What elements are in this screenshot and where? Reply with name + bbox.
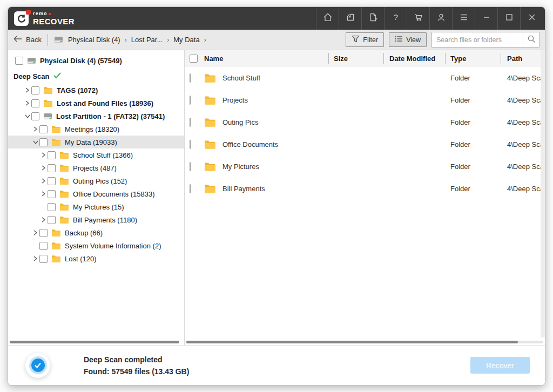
- checkbox[interactable]: [190, 140, 191, 149]
- tree-item[interactable]: Lost (120): [8, 252, 184, 265]
- checkbox[interactable]: [190, 96, 191, 105]
- checkbox[interactable]: [48, 216, 56, 224]
- checkbox[interactable]: [31, 99, 39, 107]
- column-header-size[interactable]: Size: [328, 50, 383, 67]
- checkbox[interactable]: [48, 203, 56, 211]
- checkbox[interactable]: [39, 229, 48, 237]
- back-button[interactable]: Back: [14, 36, 42, 44]
- table-body: School StuffFolder4\Deep Scan\ProjectsFo…: [185, 67, 545, 345]
- checkbox[interactable]: [190, 162, 191, 171]
- chevron-down-icon[interactable]: [23, 114, 31, 119]
- select-all-checkbox[interactable]: [190, 55, 198, 63]
- minimize-icon: [481, 12, 492, 25]
- chevron-right-icon[interactable]: [31, 126, 39, 132]
- folder-icon: [59, 164, 69, 172]
- table-row[interactable]: Office DocumentsFolder4\Deep Scan\: [185, 133, 545, 156]
- new-scan-button[interactable]: [361, 7, 384, 30]
- breadcrumb-item-2[interactable]: Lost Par...: [131, 36, 163, 44]
- horizontal-scrollbar-thumb[interactable]: [186, 341, 518, 343]
- file-name: Bill Payments: [222, 185, 265, 193]
- tree-item[interactable]: Bill Payments (1180): [8, 213, 184, 226]
- tree-item[interactable]: School Stuff (1366): [8, 148, 184, 161]
- horizontal-scrollbar-thumb[interactable]: [10, 341, 179, 343]
- tree-item[interactable]: Outing Pics (152): [8, 174, 184, 187]
- chevron-right-icon[interactable]: [39, 152, 48, 158]
- checkbox[interactable]: [15, 57, 23, 65]
- chevron-right-icon[interactable]: [31, 230, 39, 235]
- chevron-right-icon[interactable]: [39, 217, 48, 222]
- breadcrumb-item-1[interactable]: Physical Disk (4): [68, 36, 120, 44]
- breadcrumb-item-3[interactable]: My Data: [173, 36, 199, 44]
- file-name: Projects: [222, 96, 248, 104]
- table-row[interactable]: Outing PicsFolder4\Deep Scan\: [185, 111, 545, 133]
- table-row[interactable]: School StuffFolder4\Deep Scan\: [185, 67, 545, 89]
- tree-item[interactable]: System Volume Information (2): [8, 239, 184, 252]
- checkbox[interactable]: [39, 125, 48, 133]
- account-button[interactable]: [429, 7, 452, 30]
- folder-icon: [204, 184, 216, 194]
- tree-item[interactable]: Backup (66): [8, 226, 184, 239]
- scan-status-line: Deep Scan completed: [84, 356, 189, 363]
- save-session-icon: [345, 12, 356, 25]
- tree-item[interactable]: My Data (19033): [8, 136, 184, 148]
- maximize-button[interactable]: [497, 7, 520, 30]
- tree-item-label: Physical Disk (4) (57549): [40, 57, 122, 65]
- checkbox[interactable]: [39, 138, 48, 146]
- checkbox[interactable]: [31, 86, 39, 94]
- column-header-type[interactable]: Type: [445, 50, 501, 67]
- chevron-right-icon[interactable]: [31, 256, 39, 261]
- tree-item-label: TAGS (1072): [57, 86, 98, 94]
- save-session-button[interactable]: [339, 7, 361, 30]
- table-row[interactable]: ProjectsFolder4\Deep Scan\: [185, 89, 545, 111]
- checkbox[interactable]: [39, 255, 48, 263]
- search-button[interactable]: [523, 32, 539, 47]
- filter-funnel-icon: [352, 35, 360, 44]
- checkbox[interactable]: [190, 118, 191, 127]
- chevron-right-icon[interactable]: [23, 87, 31, 93]
- minimize-button[interactable]: [475, 7, 497, 30]
- main-area: Physical Disk (4) (57549) Deep Scan TAGS…: [8, 50, 545, 345]
- home-button[interactable]: [316, 7, 339, 30]
- checkbox[interactable]: [190, 73, 191, 83]
- search-input[interactable]: [432, 36, 523, 44]
- checkbox[interactable]: [48, 151, 56, 159]
- deep-scan-label: Deep Scan: [14, 72, 49, 80]
- checkbox[interactable]: [48, 177, 56, 185]
- tree-item[interactable]: Meetings (18320): [8, 123, 184, 136]
- chevron-right-icon[interactable]: [23, 100, 31, 106]
- column-header-name[interactable]: Name: [204, 50, 328, 67]
- table-row[interactable]: Bill PaymentsFolder4\Deep Scan\: [185, 178, 545, 200]
- table-row[interactable]: My PicturesFolder4\Deep Scan\: [185, 156, 545, 178]
- tree-item[interactable]: My Pictures (15): [8, 200, 184, 213]
- checkbox[interactable]: [48, 164, 56, 172]
- chevron-right-icon[interactable]: [39, 165, 48, 171]
- scan-complete-badge: [25, 353, 50, 378]
- view-button[interactable]: View: [389, 32, 427, 47]
- tree-item[interactable]: TAGS (1072): [8, 84, 184, 97]
- checkbox[interactable]: [48, 190, 56, 198]
- tree-item[interactable]: Office Documents (15833): [8, 187, 184, 200]
- tree-item[interactable]: Projects (487): [8, 161, 184, 174]
- column-header-path[interactable]: Path: [501, 50, 545, 67]
- chevron-down-icon[interactable]: [31, 140, 39, 145]
- tree-item-root[interactable]: Physical Disk (4) (57549): [8, 54, 184, 67]
- buy-button[interactable]: [407, 7, 429, 30]
- chevron-right-icon[interactable]: [39, 178, 48, 184]
- new-file-icon: [368, 12, 379, 25]
- checkbox[interactable]: [39, 242, 48, 250]
- file-path: 4\Deep Scan\: [501, 140, 545, 148]
- checkbox[interactable]: [31, 112, 39, 120]
- menu-button[interactable]: [452, 7, 475, 30]
- column-header-date-modified[interactable]: Date Modified: [383, 50, 445, 67]
- filter-button[interactable]: Filter: [346, 32, 384, 47]
- found-label: Found:: [84, 368, 109, 375]
- tree-item[interactable]: Lost Partition - 1 (FAT32) (37541): [8, 110, 184, 123]
- recover-button[interactable]: Recover: [470, 357, 530, 374]
- checkbox[interactable]: [190, 184, 191, 193]
- close-button[interactable]: [520, 7, 543, 30]
- chevron-right-icon[interactable]: [39, 191, 48, 197]
- help-button[interactable]: ?: [384, 7, 407, 30]
- folder-icon: [204, 162, 216, 172]
- tree-item[interactable]: Lost and Found Files (18936): [8, 97, 184, 110]
- vertical-scrollbar[interactable]: [541, 50, 545, 337]
